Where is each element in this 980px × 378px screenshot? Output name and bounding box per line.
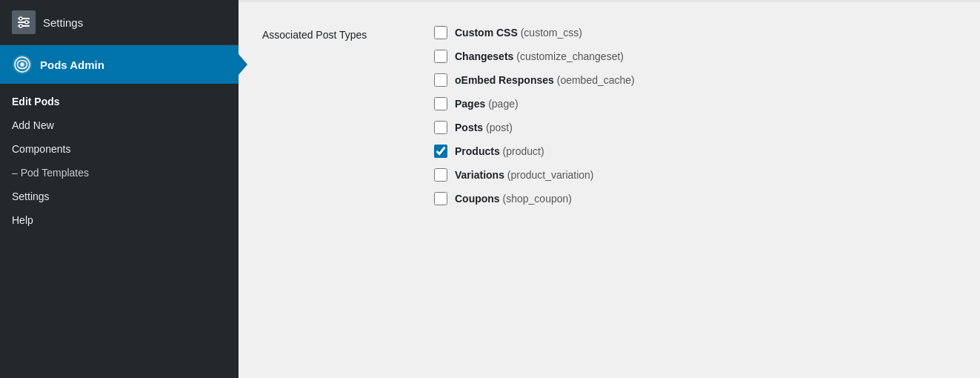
post-type-item[interactable]: Pages (page) [434, 97, 635, 110]
post-types-checkbox-list: Custom CSS (custom_css)Changesets (custo… [434, 26, 635, 205]
post-type-label: Changesets (customize_changeset) [455, 50, 624, 62]
pods-admin-nav-item[interactable]: Pods Admin [0, 45, 239, 84]
post-type-checkbox[interactable] [434, 26, 447, 39]
post-type-checkbox[interactable] [434, 121, 447, 134]
post-type-label: Pages (page) [455, 98, 519, 110]
post-type-label: oEmbed Responses (oembed_cache) [455, 74, 635, 86]
post-type-label: Posts (post) [455, 122, 513, 133]
svg-point-5 [19, 24, 22, 27]
svg-point-4 [25, 21, 28, 24]
post-type-checkbox[interactable] [434, 50, 447, 63]
sidebar-header-title: Settings [43, 16, 83, 29]
post-type-label: Products (product) [455, 145, 544, 157]
post-type-label: Variations (product_variation) [455, 169, 594, 181]
post-type-item[interactable]: oEmbed Responses (oembed_cache) [434, 73, 635, 87]
associated-post-types-row: Associated Post Types Custom CSS (custom… [262, 20, 956, 211]
post-type-item[interactable]: Custom CSS (custom_css) [434, 26, 635, 39]
nav-item-add-new[interactable]: Add New [0, 113, 239, 137]
svg-point-7 [20, 62, 24, 67]
svg-point-3 [19, 17, 22, 20]
post-type-checkbox[interactable] [434, 97, 447, 110]
pods-admin-label: Pods Admin [40, 59, 104, 71]
post-type-item[interactable]: Variations (product_variation) [434, 168, 635, 182]
post-type-checkbox[interactable] [434, 73, 447, 87]
sidebar-nav: Edit Pods Add New Components – Pod Templ… [0, 84, 239, 238]
pods-logo-icon [12, 54, 33, 75]
sidebar-header: Settings [0, 0, 239, 45]
post-type-item[interactable]: Coupons (shop_coupon) [434, 192, 635, 205]
main-content: Associated Post Types Custom CSS (custom… [239, 0, 980, 378]
post-type-item[interactable]: Posts (post) [434, 121, 635, 134]
post-type-checkbox[interactable] [434, 192, 447, 205]
nav-item-help[interactable]: Help [0, 208, 239, 232]
nav-item-edit-pods[interactable]: Edit Pods [0, 90, 239, 113]
post-type-checkbox[interactable] [434, 168, 447, 182]
settings-icon [12, 10, 36, 34]
nav-item-settings[interactable]: Settings [0, 185, 239, 208]
post-type-item[interactable]: Changesets (customize_changeset) [434, 50, 635, 63]
post-type-item[interactable]: Products (product) [434, 145, 635, 158]
post-type-checkbox[interactable] [434, 145, 447, 158]
post-type-label: Custom CSS (custom_css) [455, 27, 582, 39]
nav-item-components[interactable]: Components [0, 137, 239, 161]
associated-post-types-label: Associated Post Types [262, 26, 410, 41]
sidebar: Settings Pods Admin Edit Pods Add New Co… [0, 0, 239, 378]
nav-item-pod-templates[interactable]: – Pod Templates [0, 161, 239, 185]
post-type-label: Coupons (shop_coupon) [455, 193, 572, 205]
